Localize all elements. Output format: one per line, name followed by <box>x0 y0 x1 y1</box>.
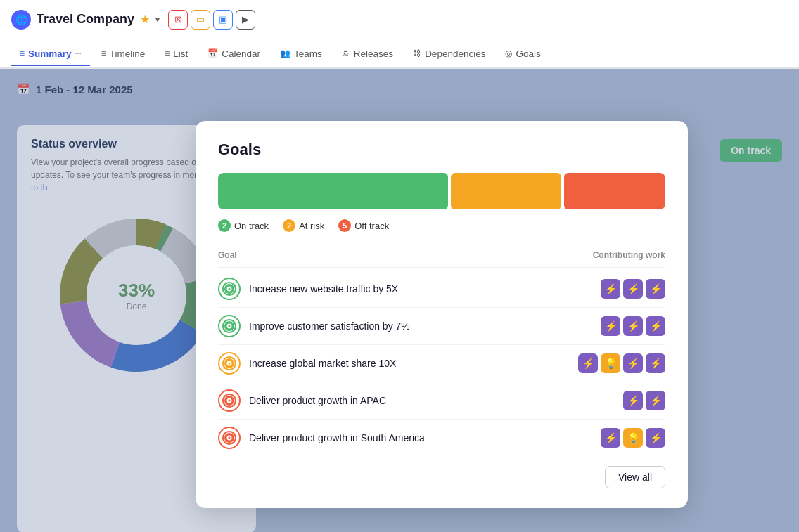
svg-point-16 <box>226 398 233 404</box>
svg-point-15 <box>223 394 236 407</box>
chevron-down-icon[interactable]: ▾ <box>155 15 160 25</box>
modal-overlay[interactable]: Goals 2 On track 2 At <box>0 69 799 532</box>
nav-tabs: ≡ Summary ··· ≡ Timeline ≡ List 📅 Calend… <box>0 39 799 69</box>
teams-tab-icon: 👥 <box>280 48 290 58</box>
tab-calendar-label: Calendar <box>222 48 260 59</box>
toolbar-icon-1[interactable]: ⊠ <box>168 10 188 30</box>
table-row[interactable]: Deliver product growth in South America … <box>218 420 665 456</box>
timeline-tab-icon: ≡ <box>101 48 106 58</box>
svg-point-13 <box>226 361 233 367</box>
table-row[interactable]: Deliver product growth in APAC ⚡ ⚡ <box>218 382 665 420</box>
table-row[interactable]: Increase global market share 10X ⚡ 💡 ⚡ ⚡ <box>218 345 665 382</box>
goals-tab-icon: ◎ <box>505 48 512 58</box>
contrib-icon-4a: ⚡ <box>623 391 643 410</box>
table-row[interactable]: Improve customer satisfaction by 7% ⚡ ⚡ … <box>218 308 665 345</box>
toolbar-icon-3[interactable]: ▣ <box>213 10 233 30</box>
svg-point-12 <box>223 357 236 370</box>
tab-summary[interactable]: ≡ Summary ··· <box>11 43 90 66</box>
contrib-icon-3d: ⚡ <box>646 353 665 373</box>
goal-name-2: Improve customer satisfaction by 7% <box>249 320 410 332</box>
svg-point-18 <box>223 432 236 444</box>
contrib-icon-5c: ⚡ <box>646 428 665 448</box>
tab-list-label: List <box>173 48 188 59</box>
tab-calendar[interactable]: 📅 Calendar <box>199 43 269 66</box>
tab-teams[interactable]: 👥 Teams <box>271 43 331 66</box>
svg-point-11 <box>229 325 231 327</box>
contrib-icon-2b: ⚡ <box>623 316 643 336</box>
goals-modal: Goals 2 On track 2 At <box>196 121 688 508</box>
goal-contrib-1: ⚡ ⚡ ⚡ <box>601 279 665 299</box>
toolbar-icons: ⊠ ▭ ▣ ▶ <box>168 10 255 30</box>
goal-row-left-5: Deliver product growth in South America <box>218 427 425 449</box>
at-risk-label: At risk <box>299 221 324 231</box>
goals-list: Increase new website traffic by 5X ⚡ ⚡ ⚡… <box>218 271 665 456</box>
app-title: Travel Company <box>37 12 134 27</box>
on-track-label: On track <box>234 221 269 231</box>
at-risk-dot: 2 <box>283 219 295 232</box>
goal-name-4: Deliver product growth in APAC <box>249 395 386 406</box>
contrib-icon-1b: ⚡ <box>623 279 643 299</box>
contrib-icon-1a: ⚡ <box>601 279 620 299</box>
tab-list[interactable]: ≡ List <box>156 43 196 66</box>
col-goal-header: Goal <box>218 250 237 260</box>
summary-tab-icon: ≡ <box>20 48 25 58</box>
svg-point-7 <box>226 286 233 292</box>
tab-goals[interactable]: ◎ Goals <box>497 43 549 66</box>
contrib-icon-3a: ⚡ <box>578 353 598 373</box>
progress-legend: 2 On track 2 At risk 5 Off track <box>218 219 665 232</box>
off-track-label: Off track <box>354 221 389 231</box>
main-content: 📅 1 Feb - 12 Mar 2025 Status overview Vi… <box>0 69 799 532</box>
goal-contrib-3: ⚡ 💡 ⚡ ⚡ <box>578 353 665 373</box>
calendar-tab-icon: 📅 <box>207 48 218 58</box>
toolbar-icon-2[interactable]: ▭ <box>191 10 210 30</box>
goals-table-header: Goal Contributing work <box>218 246 665 268</box>
goal-name-3: Increase global market share 10X <box>249 358 396 369</box>
goal-status-icon-1 <box>218 278 241 300</box>
goal-contrib-2: ⚡ ⚡ ⚡ <box>601 316 665 336</box>
legend-off-track: 5 Off track <box>338 219 389 232</box>
contrib-icon-3b: 💡 <box>601 353 620 373</box>
app-branding: 🌐 Travel Company ★ ▾ <box>11 10 160 30</box>
on-track-dot: 2 <box>218 219 231 232</box>
progress-bar-red <box>564 173 665 209</box>
goal-row-left-4: Deliver product growth in APAC <box>218 389 386 412</box>
goal-status-icon-3 <box>218 352 241 375</box>
contrib-icon-1c: ⚡ <box>646 279 665 299</box>
goal-name-1: Increase new website traffic by 5X <box>249 283 398 294</box>
goal-row-left-1: Increase new website traffic by 5X <box>218 278 398 300</box>
tab-teams-label: Teams <box>294 48 322 59</box>
svg-point-20 <box>229 437 231 439</box>
view-all-container: View all <box>218 466 665 488</box>
contrib-icon-2a: ⚡ <box>601 316 620 336</box>
releases-tab-icon: ⛭ <box>342 48 350 58</box>
goal-row-left-2: Improve customer satisfaction by 7% <box>218 315 410 337</box>
modal-title: Goals <box>218 141 665 159</box>
svg-point-10 <box>226 323 233 330</box>
goal-name-5: Deliver product growth in South America <box>249 432 425 443</box>
svg-point-9 <box>223 320 236 332</box>
toolbar-icon-4[interactable]: ▶ <box>236 10 255 30</box>
goal-contrib-4: ⚡ ⚡ <box>623 391 665 410</box>
goal-row-left-3: Increase global market share 10X <box>218 352 396 375</box>
progress-bar <box>218 173 665 209</box>
svg-point-19 <box>226 435 233 441</box>
legend-at-risk: 2 At risk <box>283 219 324 232</box>
svg-point-6 <box>223 283 236 295</box>
progress-bar-yellow <box>451 173 561 209</box>
off-track-dot: 5 <box>338 219 351 232</box>
progress-bar-green <box>218 173 448 209</box>
dependencies-tab-icon: ⛓ <box>413 48 421 58</box>
tab-releases[interactable]: ⛭ Releases <box>333 43 402 66</box>
contrib-icon-5a: ⚡ <box>601 428 620 448</box>
star-icon[interactable]: ★ <box>140 13 150 26</box>
svg-point-14 <box>229 363 231 365</box>
tab-timeline[interactable]: ≡ Timeline <box>93 43 154 66</box>
legend-on-track: 2 On track <box>218 219 269 232</box>
globe-icon: 🌐 <box>11 10 31 30</box>
contrib-icon-3c: ⚡ <box>623 353 643 373</box>
view-all-button[interactable]: View all <box>605 466 665 488</box>
tab-dependencies[interactable]: ⛓ Dependencies <box>404 43 494 66</box>
table-row[interactable]: Increase new website traffic by 5X ⚡ ⚡ ⚡ <box>218 271 665 308</box>
goal-status-icon-5 <box>218 427 241 449</box>
goal-contrib-5: ⚡ 💡 ⚡ <box>601 428 665 448</box>
